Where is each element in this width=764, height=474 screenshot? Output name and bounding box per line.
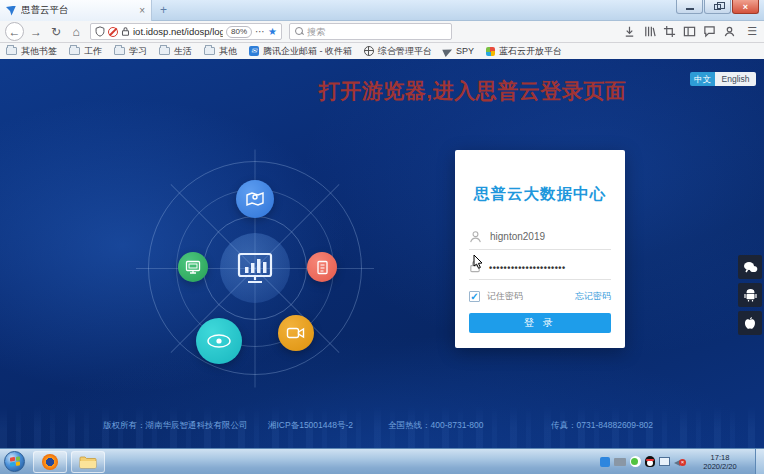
explorer-folder-icon: [79, 455, 97, 469]
tray-wechat-icon[interactable]: [630, 456, 641, 467]
search-icon: [295, 27, 303, 36]
screenshot-icon[interactable]: [663, 25, 676, 38]
home-button[interactable]: ⌂: [68, 24, 84, 40]
bookmark-folder-other-marks[interactable]: 其他书签: [6, 45, 57, 58]
search-box[interactable]: [289, 23, 452, 40]
apple-float-button[interactable]: [738, 311, 762, 335]
bookmark-label: SPY: [456, 46, 474, 56]
password-value[interactable]: •••••••••••••••••••••: [489, 263, 566, 273]
minimize-button[interactable]: [676, 0, 703, 14]
remember-checkbox[interactable]: ✓: [469, 291, 480, 302]
bookmark-label: 工作: [84, 45, 102, 58]
footer-icp[interactable]: 湘ICP备15001448号-2: [268, 420, 353, 432]
windows-logo-icon: [10, 456, 20, 466]
bookmark-spy[interactable]: SPY: [444, 46, 474, 56]
username-field[interactable]: hignton2019: [469, 224, 611, 250]
browser-tab[interactable]: 思普云平台 ×: [0, 0, 152, 21]
bookmark-folder-misc[interactable]: 其他: [204, 45, 237, 58]
folder-icon: [204, 47, 215, 55]
bookmark-label: 腾讯企业邮箱 - 收件箱: [263, 45, 352, 58]
tray-device-icon[interactable]: [614, 458, 626, 466]
tray-qq-icon[interactable]: [645, 456, 655, 467]
search-input[interactable]: [307, 27, 446, 37]
password-field[interactable]: •••••••••••••••••••••: [469, 254, 611, 280]
video-camera-icon: [286, 326, 306, 340]
screen-icon: [185, 260, 201, 274]
bookmark-lanshi-cloud[interactable]: 蓝石云开放平台: [486, 45, 562, 58]
url-bar[interactable]: iot.idosp.net/idosp/login.html 80% ⋯ ★: [90, 23, 282, 40]
android-float-button[interactable]: [738, 283, 762, 307]
taskbar-explorer-button[interactable]: [71, 451, 105, 473]
mail-icon: ✉: [249, 46, 259, 56]
remember-label: 记住密码: [487, 290, 523, 303]
window-controls: ×: [676, 0, 759, 14]
account-icon[interactable]: [723, 25, 736, 38]
new-tab-button[interactable]: +: [160, 3, 167, 17]
tab-favicon-icon: [6, 6, 16, 16]
close-button[interactable]: ×: [732, 0, 759, 14]
minimize-icon: [686, 8, 694, 10]
zoom-level[interactable]: 80%: [226, 26, 252, 38]
login-title: 思普云大数据中心: [455, 184, 625, 205]
menu-icon[interactable]: ☰: [747, 25, 757, 38]
blocked-plugin-icon[interactable]: [108, 27, 118, 37]
folder-icon: [69, 47, 80, 55]
bookmark-star-icon[interactable]: ★: [268, 26, 277, 37]
reload-button[interactable]: ↻: [48, 24, 64, 40]
tray-app-icon[interactable]: [600, 457, 610, 467]
url-text[interactable]: iot.idosp.net/idosp/login.html: [133, 26, 223, 37]
folder-icon: [6, 47, 17, 55]
lang-english-button[interactable]: English: [715, 72, 756, 86]
tray-volume-muted-icon[interactable]: [674, 457, 685, 467]
bookmark-label: 其他书签: [21, 45, 57, 58]
download-icon[interactable]: [623, 25, 636, 38]
mouse-cursor: [473, 254, 484, 269]
bookmark-folder-life[interactable]: 生活: [159, 45, 192, 58]
taskbar-clock[interactable]: 17:18 2020/2/20: [693, 453, 747, 471]
forgot-password-link[interactable]: 忘记密码: [575, 290, 611, 303]
wechat-icon: [743, 261, 758, 274]
footer-fax: 传真：0731-84882609-802: [551, 420, 653, 432]
tray-network-icon[interactable]: [659, 457, 670, 466]
login-button[interactable]: 登 录: [469, 313, 611, 333]
sidebar-icon[interactable]: [683, 25, 696, 38]
page-actions-icon[interactable]: ⋯: [255, 26, 265, 37]
lock-icon[interactable]: [121, 26, 130, 37]
back-button[interactable]: ←: [5, 22, 24, 41]
shield-icon[interactable]: [95, 26, 105, 37]
bookmark-label: 学习: [129, 45, 147, 58]
map-node: [236, 180, 274, 218]
start-button[interactable]: [4, 451, 25, 472]
taskbar: 17:18 2020/2/20: [0, 448, 764, 474]
page-content: 中文 English 打开游览器,进入思普云登录页面: [0, 59, 764, 448]
forward-button[interactable]: →: [28, 24, 44, 40]
feature-graphic: [145, 158, 365, 378]
clock-time: 17:18: [693, 453, 747, 462]
messages-icon[interactable]: [703, 25, 716, 38]
bookmark-folder-work[interactable]: 工作: [69, 45, 102, 58]
android-icon: [744, 288, 757, 302]
apple-icon: [744, 316, 756, 330]
bookmark-label: 生活: [174, 45, 192, 58]
bookmark-label: 蓝石云开放平台: [499, 45, 562, 58]
show-desktop-button[interactable]: [755, 449, 764, 474]
username-value[interactable]: hignton2019: [490, 231, 545, 242]
toolbar-icons: ☰: [623, 25, 759, 38]
annotation-text: 打开游览器,进入思普云登录页面: [300, 77, 645, 105]
taskbar-firefox-button[interactable]: [33, 451, 67, 473]
lang-chinese-button[interactable]: 中文: [690, 72, 715, 86]
eye-icon: [206, 333, 232, 349]
library-icon[interactable]: [643, 25, 656, 38]
bookmark-tencent-mail[interactable]: ✉腾讯企业邮箱 - 收件箱: [249, 45, 352, 58]
tab-title: 思普云平台: [21, 4, 134, 17]
eye-node: [196, 318, 242, 364]
restore-button[interactable]: [704, 0, 731, 14]
bookmark-folder-study[interactable]: 学习: [114, 45, 147, 58]
restore-icon: [714, 4, 721, 10]
bookmark-mgmt-platform[interactable]: 综合管理平台: [364, 45, 432, 58]
camera-node: [278, 315, 314, 351]
login-card: 思普云大数据中心 hignton2019 •••••••••••••••••••…: [455, 150, 625, 348]
wechat-float-button[interactable]: [738, 255, 762, 279]
folder-icon: [114, 47, 125, 55]
tab-close-icon[interactable]: ×: [139, 6, 145, 16]
